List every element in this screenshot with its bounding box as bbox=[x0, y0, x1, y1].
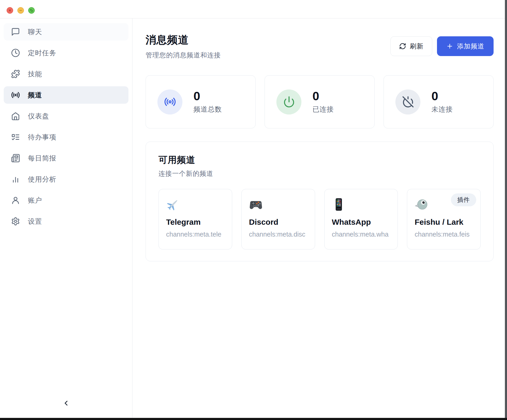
available-channels-title: 可用频道 bbox=[158, 154, 481, 166]
header-actions: 刷新 添加频道 bbox=[390, 36, 494, 56]
main-content: 消息频道 管理您的消息频道和连接 刷新 添加频道 0 频道总数 bbox=[132, 18, 505, 418]
channel-name: Feishu / Lark bbox=[415, 218, 473, 227]
zoom-button[interactable] bbox=[28, 7, 35, 14]
channel-card-telegram[interactable]: Telegram channels:meta.tele bbox=[158, 189, 232, 249]
sidebar-item-label: 账户 bbox=[28, 196, 42, 205]
sidebar-nav: 聊天 定时任务 技能 频道 仪表盘 待办事项 每日简报 使用分析 bbox=[0, 18, 132, 235]
stat-text: 0 频道总数 bbox=[193, 90, 222, 114]
stats-row: 0 频道总数 0 已连接 0 未连接 bbox=[146, 75, 494, 128]
chat-icon bbox=[11, 27, 20, 36]
refresh-icon bbox=[399, 43, 406, 50]
channel-card-feishu-lark[interactable]: 插件 Feishu / Lark channels:meta.feis bbox=[407, 189, 481, 249]
channel-id: channels:meta.tele bbox=[166, 231, 225, 238]
bar-chart-icon bbox=[11, 175, 20, 184]
zoom-icon bbox=[30, 9, 33, 12]
sidebar-item-label: 技能 bbox=[28, 69, 42, 79]
broadcast-icon bbox=[164, 96, 176, 108]
page-header: 消息频道 管理您的消息频道和连接 刷新 添加频道 bbox=[146, 33, 494, 59]
gamepad-emoji-icon bbox=[249, 198, 263, 211]
refresh-button[interactable]: 刷新 bbox=[390, 36, 432, 56]
minimize-button[interactable] bbox=[17, 7, 24, 14]
stat-card-connected: 0 已连接 bbox=[265, 75, 375, 128]
bird-emoji-icon bbox=[415, 198, 428, 211]
available-channels-panel: 可用频道 连接一个新的频道 Telegram channels:meta.tel… bbox=[146, 142, 494, 261]
sidebar-item-label: 仪表盘 bbox=[28, 112, 49, 121]
stat-text: 0 未连接 bbox=[431, 90, 453, 114]
close-button[interactable] bbox=[7, 7, 13, 14]
stat-card-disconnected: 0 未连接 bbox=[384, 75, 494, 128]
sidebar-item-label: 使用分析 bbox=[28, 175, 56, 184]
sidebar-item-todos[interactable]: 待办事项 bbox=[4, 128, 128, 146]
stat-label: 已连接 bbox=[312, 105, 334, 114]
channel-row: Telegram channels:meta.tele Discord chan… bbox=[158, 189, 481, 249]
page-title: 消息频道 bbox=[146, 33, 221, 47]
home-icon bbox=[11, 112, 20, 121]
channel-id: channels:meta.disc bbox=[249, 231, 307, 238]
sidebar-item-daily-briefing[interactable]: 每日简报 bbox=[4, 149, 128, 167]
minimize-icon bbox=[19, 9, 22, 12]
sidebar-item-label: 定时任务 bbox=[28, 48, 56, 58]
power-off-icon bbox=[402, 96, 414, 108]
channel-id: channels:meta.feis bbox=[415, 231, 473, 238]
airplane-emoji-icon bbox=[166, 198, 180, 211]
stat-bubble bbox=[276, 89, 301, 114]
clock-icon bbox=[11, 48, 20, 57]
channel-id: channels:meta.wha bbox=[332, 231, 390, 238]
checklist-icon bbox=[11, 133, 20, 142]
sidebar-item-channels[interactable]: 频道 bbox=[4, 86, 128, 104]
sidebar-item-label: 每日简报 bbox=[28, 154, 56, 163]
add-channel-button-label: 添加频道 bbox=[457, 42, 484, 51]
sidebar-item-chat[interactable]: 聊天 bbox=[4, 23, 128, 41]
stat-value: 0 bbox=[193, 90, 222, 102]
sidebar-item-label: 待办事项 bbox=[28, 133, 56, 142]
stat-label: 未连接 bbox=[431, 105, 453, 114]
user-icon bbox=[11, 196, 20, 205]
channel-name: Telegram bbox=[166, 218, 225, 227]
refresh-button-label: 刷新 bbox=[410, 42, 424, 51]
stat-bubble bbox=[157, 89, 182, 114]
sidebar-item-settings[interactable]: 设置 bbox=[4, 213, 128, 230]
available-channels-subtitle: 连接一个新的频道 bbox=[158, 169, 481, 178]
stat-value: 0 bbox=[312, 90, 334, 102]
channel-card-discord[interactable]: Discord channels:meta.disc bbox=[241, 189, 315, 249]
newspaper-icon bbox=[11, 154, 20, 163]
window-bottom-edge bbox=[0, 418, 507, 420]
sidebar-item-usage-analytics[interactable]: 使用分析 bbox=[4, 171, 128, 188]
puzzle-icon bbox=[11, 69, 20, 78]
traffic-lights bbox=[7, 7, 35, 14]
add-channel-button[interactable]: 添加频道 bbox=[437, 36, 494, 56]
sidebar-item-label: 频道 bbox=[28, 91, 42, 100]
channel-name: WhatsApp bbox=[332, 218, 390, 227]
stat-text: 0 已连接 bbox=[312, 90, 334, 114]
stat-value: 0 bbox=[431, 90, 453, 102]
channel-name: Discord bbox=[249, 218, 307, 227]
sidebar-item-account[interactable]: 账户 bbox=[4, 192, 128, 209]
sidebar-collapse-button[interactable] bbox=[60, 397, 72, 409]
sidebar-item-label: 聊天 bbox=[28, 27, 42, 37]
sidebar-item-skills[interactable]: 技能 bbox=[4, 65, 128, 83]
sidebar-item-label: 设置 bbox=[28, 217, 42, 226]
chevron-left-icon bbox=[62, 399, 70, 407]
power-icon bbox=[283, 96, 295, 108]
close-icon bbox=[8, 9, 12, 12]
sidebar-item-scheduled-tasks[interactable]: 定时任务 bbox=[4, 44, 128, 62]
stat-label: 频道总数 bbox=[193, 105, 222, 114]
plugin-badge: 插件 bbox=[451, 193, 476, 206]
stat-card-total-channels: 0 频道总数 bbox=[146, 75, 256, 128]
sidebar-item-dashboard[interactable]: 仪表盘 bbox=[4, 107, 128, 125]
phone-emoji-icon bbox=[332, 198, 346, 211]
titlebar bbox=[0, 0, 505, 18]
stat-bubble bbox=[395, 89, 420, 114]
page-header-text: 消息频道 管理您的消息频道和连接 bbox=[146, 33, 221, 59]
broadcast-icon bbox=[11, 91, 20, 99]
page-subtitle: 管理您的消息频道和连接 bbox=[146, 51, 221, 59]
window-right-edge bbox=[505, 0, 507, 420]
gear-icon bbox=[11, 217, 20, 226]
plus-icon bbox=[446, 43, 453, 50]
channel-card-whatsapp[interactable]: WhatsApp channels:meta.wha bbox=[324, 189, 398, 249]
sidebar: 聊天 定时任务 技能 频道 仪表盘 待办事项 每日简报 使用分析 bbox=[0, 18, 132, 418]
